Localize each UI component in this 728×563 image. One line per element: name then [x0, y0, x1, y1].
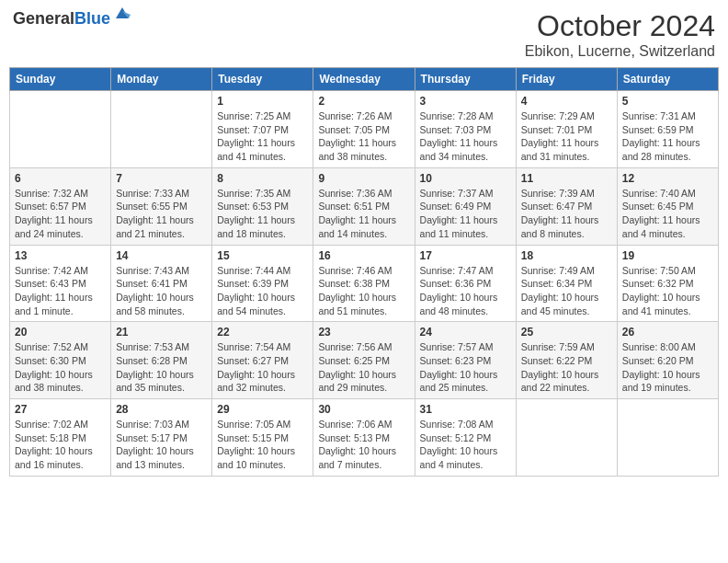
- sunrise-text: Sunrise: 7:02 AM: [15, 419, 88, 430]
- sunrise-text: Sunrise: 7:03 AM: [116, 419, 189, 430]
- day-info: Sunrise: 7:43 AM Sunset: 6:41 PM Dayligh…: [116, 264, 207, 318]
- daylight-text: Daylight: 10 hours and 22 minutes.: [521, 369, 599, 394]
- day-info: Sunrise: 7:28 AM Sunset: 7:03 PM Dayligh…: [420, 109, 511, 164]
- day-info: Sunrise: 7:08 AM Sunset: 5:12 PM Dayligh…: [420, 418, 511, 472]
- sunrise-text: Sunrise: 7:37 AM: [420, 188, 494, 199]
- weekday-header-sunday: Sunday: [10, 68, 111, 91]
- daylight-text: Daylight: 10 hours and 16 minutes.: [15, 445, 93, 470]
- sunrise-text: Sunrise: 7:31 AM: [622, 110, 696, 121]
- daylight-text: Daylight: 10 hours and 38 minutes.: [15, 369, 93, 394]
- calendar-cell: 1 Sunrise: 7:25 AM Sunset: 7:07 PM Dayli…: [212, 91, 313, 168]
- sunrise-text: Sunrise: 7:46 AM: [318, 265, 392, 276]
- day-info: Sunrise: 7:46 AM Sunset: 6:38 PM Dayligh…: [318, 264, 409, 318]
- day-number: 5: [622, 95, 713, 108]
- calendar-cell: 17 Sunrise: 7:47 AM Sunset: 6:36 PM Dayl…: [415, 245, 516, 322]
- daylight-text: Daylight: 11 hours and 18 minutes.: [217, 214, 295, 239]
- day-info: Sunrise: 7:57 AM Sunset: 6:23 PM Dayligh…: [420, 340, 511, 395]
- day-info: Sunrise: 7:29 AM Sunset: 7:01 PM Dayligh…: [521, 109, 612, 164]
- sunrise-text: Sunrise: 7:05 AM: [217, 419, 290, 430]
- sunset-text: Sunset: 5:17 PM: [116, 432, 188, 443]
- calendar-cell: 29 Sunrise: 7:05 AM Sunset: 5:15 PM Dayl…: [212, 399, 313, 477]
- sunrise-text: Sunrise: 8:00 AM: [622, 341, 696, 352]
- day-number: 31: [420, 403, 511, 416]
- day-number: 25: [521, 326, 612, 339]
- day-info: Sunrise: 7:54 AM Sunset: 6:27 PM Dayligh…: [217, 340, 308, 395]
- calendar-cell: [111, 91, 212, 168]
- sunset-text: Sunset: 5:12 PM: [420, 432, 492, 443]
- calendar-cell: 12 Sunrise: 7:40 AM Sunset: 6:45 PM Dayl…: [617, 167, 718, 245]
- sunrise-text: Sunrise: 7:47 AM: [420, 265, 494, 276]
- sunset-text: Sunset: 6:25 PM: [318, 355, 390, 366]
- sunrise-text: Sunrise: 7:59 AM: [521, 341, 595, 352]
- calendar-cell: 2 Sunrise: 7:26 AM Sunset: 7:05 PM Dayli…: [313, 91, 415, 168]
- weekday-header-tuesday: Tuesday: [212, 68, 313, 91]
- calendar-cell: 3 Sunrise: 7:28 AM Sunset: 7:03 PM Dayli…: [415, 91, 516, 168]
- calendar-cell: 18 Sunrise: 7:49 AM Sunset: 6:34 PM Dayl…: [516, 245, 617, 322]
- sunset-text: Sunset: 7:03 PM: [420, 124, 492, 135]
- day-info: Sunrise: 7:26 AM Sunset: 7:05 PM Dayligh…: [318, 109, 409, 164]
- sunset-text: Sunset: 6:23 PM: [420, 355, 492, 366]
- daylight-text: Daylight: 11 hours and 14 minutes.: [318, 214, 396, 239]
- calendar-cell: 7 Sunrise: 7:33 AM Sunset: 6:55 PM Dayli…: [111, 167, 212, 245]
- sunset-text: Sunset: 7:05 PM: [318, 124, 390, 135]
- day-number: 18: [521, 249, 612, 262]
- sunrise-text: Sunrise: 7:52 AM: [15, 341, 88, 352]
- daylight-text: Daylight: 10 hours and 35 minutes.: [116, 369, 194, 394]
- weekday-header-wednesday: Wednesday: [313, 68, 415, 91]
- sunset-text: Sunset: 6:28 PM: [116, 355, 188, 366]
- sunrise-text: Sunrise: 7:56 AM: [318, 341, 392, 352]
- daylight-text: Daylight: 11 hours and 21 minutes.: [116, 214, 194, 239]
- day-info: Sunrise: 7:05 AM Sunset: 5:15 PM Dayligh…: [217, 418, 308, 472]
- sunset-text: Sunset: 6:38 PM: [318, 278, 390, 289]
- sunset-text: Sunset: 5:13 PM: [318, 432, 390, 443]
- sunrise-text: Sunrise: 7:50 AM: [622, 265, 696, 276]
- day-number: 2: [318, 95, 409, 108]
- calendar-week-4: 20 Sunrise: 7:52 AM Sunset: 6:30 PM Dayl…: [10, 322, 719, 399]
- day-number: 24: [420, 326, 511, 339]
- daylight-text: Daylight: 10 hours and 19 minutes.: [622, 369, 700, 394]
- sunset-text: Sunset: 6:41 PM: [116, 278, 188, 289]
- calendar-cell: 16 Sunrise: 7:46 AM Sunset: 6:38 PM Dayl…: [313, 245, 415, 322]
- calendar-cell: 24 Sunrise: 7:57 AM Sunset: 6:23 PM Dayl…: [415, 322, 516, 399]
- calendar-cell: 20 Sunrise: 7:52 AM Sunset: 6:30 PM Dayl…: [10, 322, 111, 399]
- sunrise-text: Sunrise: 7:28 AM: [420, 110, 494, 121]
- sunset-text: Sunset: 6:22 PM: [521, 355, 593, 366]
- day-info: Sunrise: 7:02 AM Sunset: 5:18 PM Dayligh…: [15, 418, 106, 472]
- day-number: 23: [318, 326, 409, 339]
- day-info: Sunrise: 7:33 AM Sunset: 6:55 PM Dayligh…: [116, 187, 207, 241]
- day-info: Sunrise: 7:56 AM Sunset: 6:25 PM Dayligh…: [318, 340, 409, 395]
- page-header: GeneralBlue October 2024 Ebikon, Lucerne…: [9, 9, 719, 60]
- day-number: 14: [116, 249, 207, 262]
- daylight-text: Daylight: 11 hours and 28 minutes.: [622, 137, 700, 162]
- day-number: 12: [622, 172, 713, 185]
- day-info: Sunrise: 7:03 AM Sunset: 5:17 PM Dayligh…: [116, 418, 207, 472]
- sunrise-text: Sunrise: 7:42 AM: [15, 265, 88, 276]
- day-number: 7: [116, 172, 207, 185]
- daylight-text: Daylight: 11 hours and 41 minutes.: [217, 137, 295, 162]
- day-info: Sunrise: 7:31 AM Sunset: 6:59 PM Dayligh…: [622, 109, 713, 164]
- sunrise-text: Sunrise: 7:49 AM: [521, 265, 595, 276]
- calendar-cell: 9 Sunrise: 7:36 AM Sunset: 6:51 PM Dayli…: [313, 167, 415, 245]
- daylight-text: Daylight: 10 hours and 32 minutes.: [217, 369, 295, 394]
- sunset-text: Sunset: 6:43 PM: [15, 278, 86, 289]
- calendar-cell: 26 Sunrise: 8:00 AM Sunset: 6:20 PM Dayl…: [617, 322, 718, 399]
- calendar-cell: 23 Sunrise: 7:56 AM Sunset: 6:25 PM Dayl…: [313, 322, 415, 399]
- daylight-text: Daylight: 10 hours and 4 minutes.: [420, 445, 498, 470]
- sunrise-text: Sunrise: 7:35 AM: [217, 188, 290, 199]
- calendar-cell: 11 Sunrise: 7:39 AM Sunset: 6:47 PM Dayl…: [516, 167, 617, 245]
- weekday-header-monday: Monday: [111, 68, 212, 91]
- calendar-cell: 4 Sunrise: 7:29 AM Sunset: 7:01 PM Dayli…: [516, 91, 617, 168]
- title-block: October 2024 Ebikon, Lucerne, Switzerlan…: [525, 9, 715, 60]
- day-info: Sunrise: 7:52 AM Sunset: 6:30 PM Dayligh…: [15, 340, 106, 395]
- daylight-text: Daylight: 10 hours and 54 minutes.: [217, 292, 295, 316]
- weekday-header-saturday: Saturday: [617, 68, 718, 91]
- day-number: 19: [622, 249, 713, 262]
- day-info: Sunrise: 7:59 AM Sunset: 6:22 PM Dayligh…: [521, 340, 612, 395]
- day-info: Sunrise: 7:53 AM Sunset: 6:28 PM Dayligh…: [116, 340, 207, 395]
- day-number: 10: [420, 172, 511, 185]
- calendar-cell: 6 Sunrise: 7:32 AM Sunset: 6:57 PM Dayli…: [10, 167, 111, 245]
- calendar-table: SundayMondayTuesdayWednesdayThursdayFrid…: [9, 67, 719, 477]
- calendar-cell: 25 Sunrise: 7:59 AM Sunset: 6:22 PM Dayl…: [516, 322, 617, 399]
- daylight-text: Daylight: 10 hours and 48 minutes.: [420, 292, 498, 316]
- sunset-text: Sunset: 5:18 PM: [15, 432, 86, 443]
